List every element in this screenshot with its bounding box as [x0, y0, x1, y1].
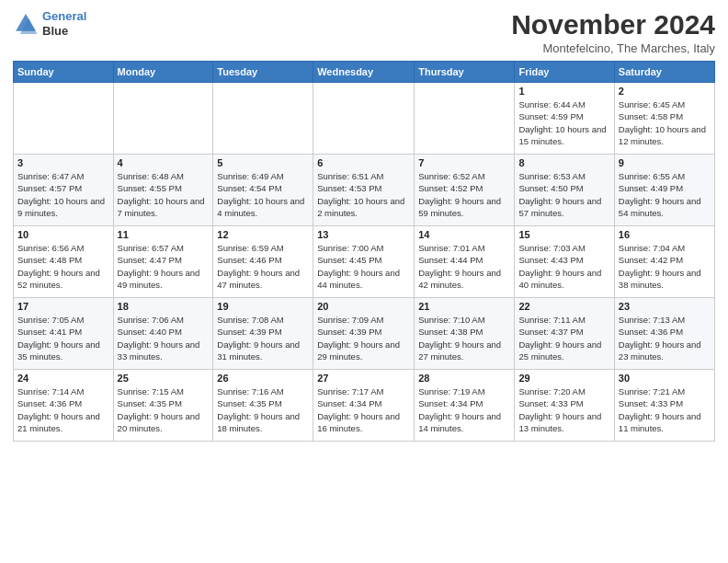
calendar-cell: 3Sunrise: 6:47 AM Sunset: 4:57 PM Daylig… [14, 155, 114, 226]
day-number: 4 [118, 157, 210, 168]
day-number: 8 [518, 157, 609, 168]
day-info: Sunrise: 6:52 AM Sunset: 4:52 PM Dayligh… [418, 170, 510, 219]
logo-text: General Blue [42, 9, 86, 38]
calendar-cell: 25Sunrise: 7:15 AM Sunset: 4:35 PM Dayli… [113, 370, 213, 442]
day-info: Sunrise: 6:56 AM Sunset: 4:48 PM Dayligh… [17, 242, 109, 291]
calendar-cell: 7Sunrise: 6:52 AM Sunset: 4:52 PM Daylig… [415, 155, 515, 226]
day-info: Sunrise: 6:49 AM Sunset: 4:54 PM Dayligh… [217, 170, 309, 219]
calendar-cell: 13Sunrise: 7:00 AM Sunset: 4:45 PM Dayli… [313, 226, 415, 298]
calendar-cell [213, 83, 313, 155]
week-row-5: 24Sunrise: 7:14 AM Sunset: 4:36 PM Dayli… [14, 370, 715, 442]
day-info: Sunrise: 7:03 AM Sunset: 4:43 PM Dayligh… [518, 242, 609, 291]
calendar-cell: 9Sunrise: 6:55 AM Sunset: 4:49 PM Daylig… [614, 155, 714, 226]
calendar-cell: 29Sunrise: 7:20 AM Sunset: 4:33 PM Dayli… [515, 370, 614, 442]
day-number: 6 [317, 157, 410, 168]
calendar-cell: 21Sunrise: 7:10 AM Sunset: 4:38 PM Dayli… [415, 298, 515, 370]
day-number: 20 [317, 301, 410, 312]
day-info: Sunrise: 6:57 AM Sunset: 4:47 PM Dayligh… [118, 242, 210, 291]
day-number: 11 [118, 229, 210, 240]
day-info: Sunrise: 7:16 AM Sunset: 4:35 PM Dayligh… [217, 385, 309, 434]
day-info: Sunrise: 6:53 AM Sunset: 4:50 PM Dayligh… [518, 170, 609, 219]
day-info: Sunrise: 6:59 AM Sunset: 4:46 PM Dayligh… [217, 242, 309, 291]
calendar-cell: 5Sunrise: 6:49 AM Sunset: 4:54 PM Daylig… [213, 155, 313, 226]
day-info: Sunrise: 7:10 AM Sunset: 4:38 PM Dayligh… [418, 314, 510, 362]
day-number: 12 [217, 229, 309, 240]
day-number: 23 [619, 301, 711, 312]
calendar-cell: 24Sunrise: 7:14 AM Sunset: 4:36 PM Dayli… [14, 370, 114, 442]
day-number: 29 [518, 373, 609, 384]
calendar-cell: 10Sunrise: 6:56 AM Sunset: 4:48 PM Dayli… [14, 226, 114, 298]
day-number: 27 [317, 373, 410, 384]
day-info: Sunrise: 7:06 AM Sunset: 4:40 PM Dayligh… [118, 314, 210, 362]
day-info: Sunrise: 7:20 AM Sunset: 4:33 PM Dayligh… [518, 385, 609, 434]
calendar-cell: 4Sunrise: 6:48 AM Sunset: 4:55 PM Daylig… [113, 155, 213, 226]
day-number: 15 [518, 229, 609, 240]
day-info: Sunrise: 7:09 AM Sunset: 4:39 PM Dayligh… [317, 314, 410, 362]
day-number: 24 [17, 373, 109, 384]
day-info: Sunrise: 7:05 AM Sunset: 4:41 PM Dayligh… [17, 314, 109, 362]
logo-line1: General [42, 9, 86, 23]
calendar-cell: 8Sunrise: 6:53 AM Sunset: 4:50 PM Daylig… [515, 155, 614, 226]
day-info: Sunrise: 7:17 AM Sunset: 4:34 PM Dayligh… [317, 385, 410, 434]
logo-icon [13, 11, 39, 37]
day-number: 10 [17, 229, 109, 240]
day-number: 28 [418, 373, 510, 384]
day-number: 21 [418, 301, 510, 312]
calendar-cell: 20Sunrise: 7:09 AM Sunset: 4:39 PM Dayli… [313, 298, 415, 370]
calendar-table: Sunday Monday Tuesday Wednesday Thursday… [13, 61, 715, 442]
header-row: Sunday Monday Tuesday Wednesday Thursday… [14, 62, 715, 83]
calendar-cell: 18Sunrise: 7:06 AM Sunset: 4:40 PM Dayli… [113, 298, 213, 370]
calendar-cell: 27Sunrise: 7:17 AM Sunset: 4:34 PM Dayli… [313, 370, 415, 442]
calendar-cell: 19Sunrise: 7:08 AM Sunset: 4:39 PM Dayli… [213, 298, 313, 370]
calendar-cell: 22Sunrise: 7:11 AM Sunset: 4:37 PM Dayli… [515, 298, 614, 370]
calendar-cell [113, 83, 213, 155]
header: General Blue November 2024 Montefelcino,… [13, 9, 715, 55]
calendar-header: Sunday Monday Tuesday Wednesday Thursday… [14, 62, 715, 83]
week-row-1: 1Sunrise: 6:44 AM Sunset: 4:59 PM Daylig… [14, 83, 715, 155]
col-tuesday: Tuesday [213, 62, 313, 83]
day-number: 26 [217, 373, 309, 384]
logo: General Blue [13, 9, 86, 38]
day-number: 13 [317, 229, 410, 240]
calendar-cell: 2Sunrise: 6:45 AM Sunset: 4:58 PM Daylig… [614, 83, 714, 155]
day-info: Sunrise: 7:13 AM Sunset: 4:36 PM Dayligh… [619, 314, 711, 362]
day-number: 2 [619, 86, 711, 97]
day-info: Sunrise: 6:55 AM Sunset: 4:49 PM Dayligh… [619, 170, 711, 219]
calendar-cell: 28Sunrise: 7:19 AM Sunset: 4:34 PM Dayli… [415, 370, 515, 442]
calendar-cell [313, 83, 415, 155]
col-wednesday: Wednesday [313, 62, 415, 83]
col-monday: Monday [113, 62, 213, 83]
day-info: Sunrise: 6:47 AM Sunset: 4:57 PM Dayligh… [17, 170, 109, 219]
col-friday: Friday [515, 62, 614, 83]
day-number: 3 [17, 157, 109, 168]
day-number: 16 [619, 229, 711, 240]
calendar-cell: 17Sunrise: 7:05 AM Sunset: 4:41 PM Dayli… [14, 298, 114, 370]
week-row-2: 3Sunrise: 6:47 AM Sunset: 4:57 PM Daylig… [14, 155, 715, 226]
calendar-cell: 16Sunrise: 7:04 AM Sunset: 4:42 PM Dayli… [614, 226, 714, 298]
day-info: Sunrise: 7:11 AM Sunset: 4:37 PM Dayligh… [518, 314, 609, 362]
col-thursday: Thursday [415, 62, 515, 83]
calendar-body: 1Sunrise: 6:44 AM Sunset: 4:59 PM Daylig… [14, 83, 715, 442]
day-number: 22 [518, 301, 609, 312]
day-info: Sunrise: 6:51 AM Sunset: 4:53 PM Dayligh… [317, 170, 410, 219]
day-info: Sunrise: 7:00 AM Sunset: 4:45 PM Dayligh… [317, 242, 410, 291]
day-number: 25 [118, 373, 210, 384]
day-info: Sunrise: 7:21 AM Sunset: 4:33 PM Dayligh… [619, 385, 711, 434]
day-info: Sunrise: 6:48 AM Sunset: 4:55 PM Dayligh… [118, 170, 210, 219]
calendar-cell: 11Sunrise: 6:57 AM Sunset: 4:47 PM Dayli… [113, 226, 213, 298]
day-info: Sunrise: 6:45 AM Sunset: 4:58 PM Dayligh… [619, 98, 711, 147]
day-number: 1 [518, 86, 609, 97]
day-number: 7 [418, 157, 510, 168]
week-row-4: 17Sunrise: 7:05 AM Sunset: 4:41 PM Dayli… [14, 298, 715, 370]
logo-line2: Blue [42, 24, 86, 39]
day-info: Sunrise: 7:04 AM Sunset: 4:42 PM Dayligh… [619, 242, 711, 291]
day-number: 9 [619, 157, 711, 168]
day-number: 14 [418, 229, 510, 240]
calendar-cell: 14Sunrise: 7:01 AM Sunset: 4:44 PM Dayli… [415, 226, 515, 298]
week-row-3: 10Sunrise: 6:56 AM Sunset: 4:48 PM Dayli… [14, 226, 715, 298]
day-number: 18 [118, 301, 210, 312]
day-number: 30 [619, 373, 711, 384]
day-info: Sunrise: 6:44 AM Sunset: 4:59 PM Dayligh… [518, 98, 609, 147]
month-title: November 2024 [511, 9, 715, 40]
calendar-cell: 30Sunrise: 7:21 AM Sunset: 4:33 PM Dayli… [614, 370, 714, 442]
